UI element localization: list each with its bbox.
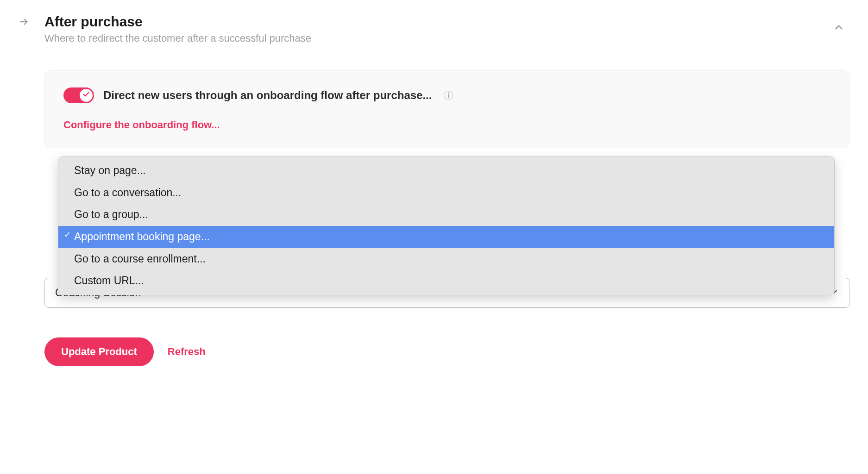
configure-onboarding-link[interactable]: Configure the onboarding flow... bbox=[63, 119, 830, 131]
settings-card: Direct new users through an onboarding f… bbox=[44, 70, 849, 148]
section-subtitle: Where to redirect the customer after a s… bbox=[44, 32, 311, 44]
onboarding-toggle-label: Direct new users through an onboarding f… bbox=[103, 89, 432, 102]
toggle-knob bbox=[80, 89, 93, 102]
redirect-option[interactable]: Go to a course enrollment... bbox=[58, 248, 834, 270]
update-product-button[interactable]: Update Product bbox=[44, 337, 154, 366]
arrow-right-icon bbox=[19, 17, 29, 29]
redirect-option[interactable]: Appointment booking page... bbox=[58, 226, 834, 248]
refresh-button[interactable]: Refresh bbox=[168, 346, 206, 358]
chevron-up-icon[interactable] bbox=[833, 21, 845, 35]
redirect-option[interactable]: Go to a group... bbox=[58, 204, 834, 226]
section-title: After purchase bbox=[44, 14, 311, 30]
redirect-option[interactable]: Stay on page... bbox=[58, 160, 834, 182]
redirect-option[interactable]: Custom URL... bbox=[58, 270, 834, 292]
onboarding-toggle[interactable] bbox=[63, 87, 94, 103]
redirect-options-dropdown: Stay on page...Go to a conversation...Go… bbox=[58, 156, 835, 295]
redirect-option[interactable]: Go to a conversation... bbox=[58, 182, 834, 204]
check-icon bbox=[82, 91, 90, 100]
info-icon[interactable]: i bbox=[444, 91, 453, 100]
